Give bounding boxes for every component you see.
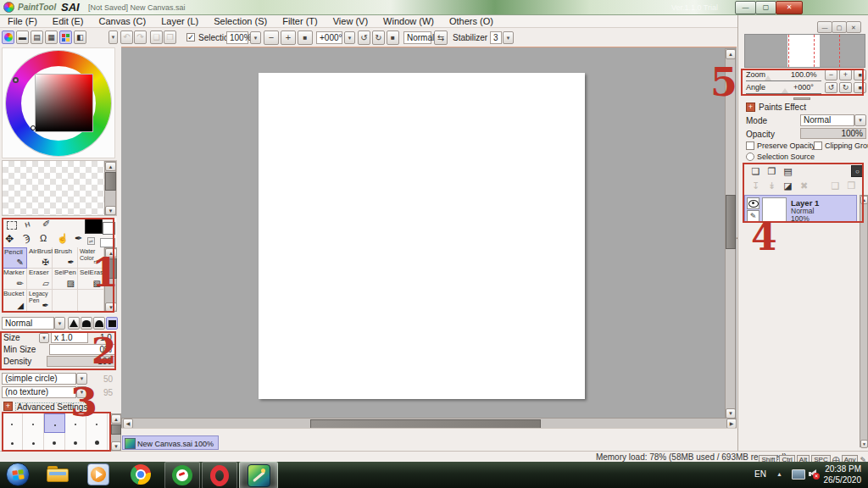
brush-texture-field[interactable]: (no texture)	[2, 386, 76, 398]
menu-layer[interactable]: Layer (L)	[153, 16, 206, 26]
color-mixer-panel-button[interactable]: ▤	[31, 30, 43, 44]
bell-shape-icon	[82, 320, 91, 327]
edge-shape-hard-button[interactable]	[68, 317, 80, 330]
hue-marker[interactable]	[13, 77, 19, 83]
redo-button[interactable]: ↷	[134, 30, 147, 44]
close-button[interactable]: ✕	[776, 1, 803, 14]
tray-expand-icon[interactable]: ▲	[776, 471, 782, 477]
color-slider-panel-button[interactable]: ▬	[16, 30, 29, 44]
start-button[interactable]	[3, 462, 32, 487]
swatches-scroll-up-button[interactable]: ▲	[105, 162, 116, 171]
layer-list-scrollbar[interactable]: ▲ ▼	[860, 195, 868, 447]
menu-filter[interactable]: Filter (T)	[275, 16, 326, 26]
canvas[interactable]	[259, 73, 585, 399]
menu-others[interactable]: Others (O)	[442, 16, 501, 26]
color-wheel-panel-button[interactable]	[2, 30, 14, 44]
brush-blend-dropdown-button[interactable]: ▼	[54, 317, 65, 330]
tray-clock-date[interactable]: 26/5/2020	[824, 475, 862, 485]
advanced-settings-expand-icon[interactable]: +	[3, 402, 13, 411]
angle-dropdown-button[interactable]: ▼	[344, 31, 355, 44]
edge-shape-square-button[interactable]	[106, 317, 118, 330]
brush-blend-mode-field[interactable]: Normal	[2, 317, 54, 330]
presets-scroll-down-button[interactable]: ▼	[111, 441, 121, 451]
panel-resize-handle[interactable]	[793, 97, 810, 100]
layer-scroll-down-button[interactable]: ▼	[860, 440, 868, 448]
presets-scroll-thumb[interactable]	[111, 424, 121, 435]
menu-canvas[interactable]: Canvas (C)	[92, 16, 154, 26]
tray-volume-icon[interactable]: ✕	[809, 469, 819, 479]
angle-value-field[interactable]: +000°	[316, 31, 342, 44]
swatches-scroll-thumb[interactable]	[105, 172, 116, 191]
tray-network-icon[interactable]	[792, 469, 805, 480]
brush-shape-value: 50	[103, 375, 113, 384]
clipping-group-checkbox[interactable]	[814, 141, 822, 150]
menu-file[interactable]: File (F)	[0, 16, 45, 26]
scratchpad-panel-button[interactable]	[59, 30, 72, 44]
taskbar-opera-button[interactable]	[202, 462, 237, 488]
zoom-in-button[interactable]: +	[281, 30, 296, 45]
selection-source-radio[interactable]	[746, 152, 754, 161]
tray-language[interactable]: EN	[754, 469, 766, 479]
deselect-button[interactable]: ❑	[150, 30, 163, 44]
layer-opacity-slider[interactable]: 100%	[800, 128, 866, 139]
swatches-panel-button[interactable]: ▦	[45, 30, 58, 44]
minimize-button[interactable]: —	[735, 1, 756, 14]
canvas-viewport[interactable]: ▲ ▼ ◀ ▶	[121, 47, 737, 428]
taskbar-chrome-button[interactable]	[125, 462, 156, 487]
panel-maximize-button[interactable]: ▢	[832, 21, 847, 33]
edge-shape-round-button[interactable]	[93, 317, 105, 330]
stabilizer-label: Stabilizer	[453, 34, 487, 42]
tray-clock-time[interactable]: 20:38 PM	[825, 464, 861, 474]
vscroll-top-button[interactable]: ▲	[726, 49, 736, 59]
panel-close-button[interactable]: ✕	[846, 21, 861, 33]
undo-button[interactable]: ↶	[120, 30, 133, 44]
other-panel-button[interactable]: ◧	[74, 30, 86, 44]
rotate-reset-button[interactable]: ■	[387, 30, 399, 45]
rotate-cw-button[interactable]: ↻	[372, 30, 385, 45]
taskbar-mediaplayer-button[interactable]	[83, 462, 114, 487]
brand-sai: SAI	[61, 1, 80, 14]
swatches-grid[interactable]	[3, 161, 104, 215]
layer-mode-field[interactable]: Normal	[800, 114, 854, 126]
layer-mode-dropdown-button[interactable]: ▼	[854, 114, 866, 126]
zoom-dropdown-button[interactable]: ▼	[250, 31, 261, 44]
brand-painttool: PaintTool	[18, 3, 56, 12]
canvas-tab[interactable]: New Canvas.sai 100%	[122, 435, 219, 450]
preserve-opacity-checkbox[interactable]	[746, 141, 754, 150]
navigator-preview[interactable]	[744, 34, 865, 68]
paint-mode-text: Normal	[407, 34, 434, 42]
zoom-reset-button[interactable]: ■	[298, 30, 313, 45]
swatches-scroll-down-button[interactable]: ▼	[105, 206, 116, 215]
flip-horizontal-button[interactable]: ⇆	[434, 30, 448, 45]
brush-texture-text: (no texture)	[5, 388, 48, 396]
menu-window[interactable]: Window (W)	[376, 16, 442, 26]
taskbar-explorer-button[interactable]	[42, 462, 73, 487]
zoom-out-button[interactable]: −	[264, 30, 279, 45]
stabilizer-dropdown-button[interactable]: ▼	[503, 31, 514, 44]
invert-selection-button[interactable]: ❒	[164, 30, 176, 44]
brush-shape-field[interactable]: (simple circle)	[2, 373, 76, 385]
stabilizer-value-field[interactable]: 3	[490, 31, 502, 44]
sv-square[interactable]	[35, 74, 93, 132]
edge-shape-soft-button[interactable]	[81, 317, 92, 330]
taskbar-sai-button[interactable]	[239, 462, 278, 488]
menu-selection[interactable]: Selection (S)	[206, 16, 275, 26]
taskbar-green-app-button[interactable]	[164, 462, 200, 488]
title-bar: PaintTool SAI [Not Saved] New Canvas.sai…	[0, 0, 868, 15]
toolbar-dropdown-button[interactable]: ▼	[108, 30, 118, 44]
presets-scroll-up-button[interactable]: ▲	[111, 414, 121, 424]
sv-marker[interactable]	[31, 125, 36, 130]
paint-mode-field[interactable]: Normal	[403, 31, 431, 44]
menu-view[interactable]: View (V)	[326, 16, 376, 26]
presets-scrollbar[interactable]: ▲ ▼	[110, 413, 121, 451]
paints-effect-expand-icon[interactable]: +	[746, 103, 755, 112]
triangle-shape-icon	[70, 319, 78, 327]
selection-visible-checkbox[interactable]: ✓	[186, 33, 195, 42]
panel-minimize-button[interactable]: —	[817, 21, 832, 33]
swatches-scrollbar[interactable]: ▲ ▼	[104, 161, 116, 215]
menu-edit[interactable]: Edit (E)	[45, 16, 92, 26]
zoom-value-field[interactable]: 100%	[226, 31, 248, 44]
vscroll-thumb[interactable]	[726, 195, 736, 249]
rotate-ccw-button[interactable]: ↺	[358, 30, 370, 45]
maximize-button[interactable]: ▢	[755, 1, 776, 14]
